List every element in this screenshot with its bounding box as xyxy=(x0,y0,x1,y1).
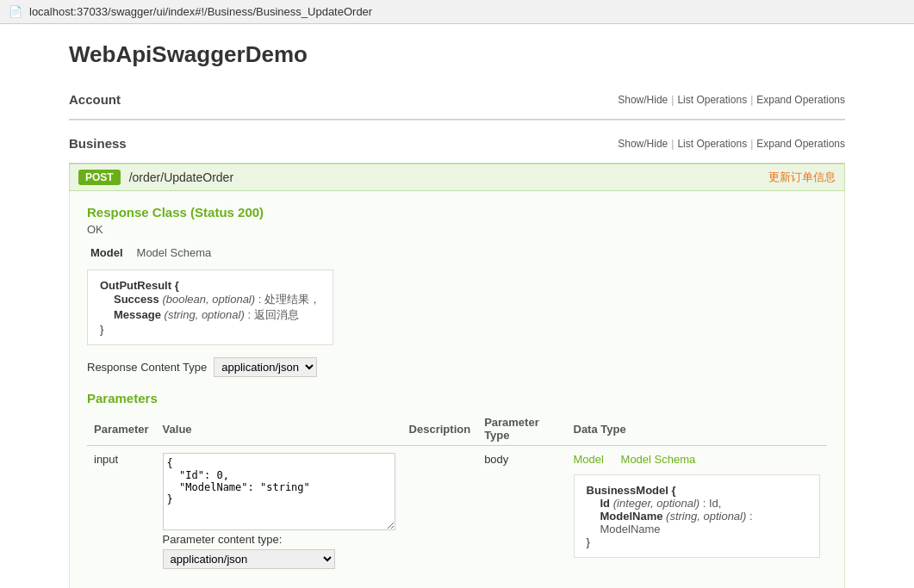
param-content-type-select[interactable]: application/json text/json text/xml xyxy=(163,549,335,569)
app-title: WebApiSwaggerDemo xyxy=(69,41,845,68)
sep4: | xyxy=(750,138,753,150)
account-expand-operations-link[interactable]: Expand Operations xyxy=(756,94,845,106)
business-expand-operations-link[interactable]: Expand Operations xyxy=(756,138,845,150)
endpoint-row[interactable]: POST /order/UpdateOrder 更新订单信息 xyxy=(69,164,845,191)
param-content-type-label: Parameter content type: xyxy=(163,533,395,546)
col-data-type: Data Type xyxy=(567,412,828,446)
main-content: WebApiSwaggerDemo Account Show/Hide | Li… xyxy=(0,24,914,588)
response-content-type-label: Response Content Type xyxy=(87,361,207,374)
account-section-header: Account Show/Hide | List Operations | Ex… xyxy=(69,85,845,120)
param-data-type-cell: Model Model Schema BusinessModel { Id (i… xyxy=(567,446,828,578)
browser-bar: 📄 localhost:37033/swagger/ui/index#!/Bus… xyxy=(0,0,914,24)
response-field-message: Message (string, optional) : 返回消息 xyxy=(114,307,320,323)
sep2: | xyxy=(750,94,753,106)
param-class-name: BusinessModel { xyxy=(587,484,808,497)
business-list-operations-link[interactable]: List Operations xyxy=(677,138,747,150)
response-class-title: Response Class (Status 200) xyxy=(87,205,827,220)
operation-body: Response Class (Status 200) OK Model Mod… xyxy=(69,191,845,588)
business-section-actions: Show/Hide | List Operations | Expand Ope… xyxy=(618,138,845,150)
param-content-type-row: Parameter content type: application/json… xyxy=(163,533,395,569)
param-field-id: Id (integer, optional) : Id, xyxy=(600,497,808,510)
account-show-hide-link[interactable]: Show/Hide xyxy=(618,94,668,106)
response-content-type-row: Response Content Type application/json t… xyxy=(87,357,827,377)
model-tab[interactable]: Model xyxy=(87,244,127,261)
account-separator xyxy=(69,120,845,121)
param-field-modelname: ModelName (string, optional) : ModelName xyxy=(600,510,808,535)
account-section-title: Account xyxy=(69,85,121,114)
response-model-schema-box: OutPutResult { Success (boolean, optiona… xyxy=(87,269,333,345)
param-value-textarea[interactable]: { "Id": 0, "ModelName": "string" } xyxy=(163,453,395,530)
param-name: input xyxy=(87,446,156,578)
parameters-table: Parameter Value Description Parameter Ty… xyxy=(87,412,827,577)
col-parameter-type: Parameter Type xyxy=(477,412,566,446)
business-section: Business Show/Hide | List Operations | E… xyxy=(69,129,845,588)
response-close-brace: } xyxy=(100,323,320,336)
account-list-operations-link[interactable]: List Operations xyxy=(677,94,747,106)
table-row: input { "Id": 0, "ModelName": "string" }… xyxy=(87,446,827,578)
business-show-hide-link[interactable]: Show/Hide xyxy=(618,138,668,150)
page-icon: 📄 xyxy=(9,5,22,18)
response-class-name: OutPutResult { xyxy=(100,279,320,292)
model-schema-tab[interactable]: Model Schema xyxy=(134,244,215,261)
param-close-brace: } xyxy=(587,535,808,548)
col-parameter: Parameter xyxy=(87,412,156,446)
col-value: Value xyxy=(156,412,402,446)
model-tabs: Model Model Schema xyxy=(87,244,827,261)
sep1: | xyxy=(671,94,674,106)
response-content-type-select[interactable]: application/json text/json text/xml xyxy=(214,357,317,377)
param-model-schema-tab[interactable]: Model Schema xyxy=(621,453,696,466)
endpoint-path: /order/UpdateOrder xyxy=(129,170,768,184)
param-type: body xyxy=(477,446,566,578)
param-model-tab[interactable]: Model xyxy=(574,453,604,466)
params-table-header-row: Parameter Value Description Parameter Ty… xyxy=(87,412,827,446)
param-model-schema-box: BusinessModel { Id (integer, optional) :… xyxy=(574,474,821,558)
business-section-header: Business Show/Hide | List Operations | E… xyxy=(69,129,845,164)
parameters-title: Parameters xyxy=(87,391,827,405)
param-value-cell: { "Id": 0, "ModelName": "string" } Param… xyxy=(156,446,402,578)
account-section: Account Show/Hide | List Operations | Ex… xyxy=(69,85,845,121)
param-description xyxy=(402,446,478,578)
business-section-title: Business xyxy=(69,129,127,158)
param-model-tabs: Model Model Schema xyxy=(574,453,821,466)
sep3: | xyxy=(671,138,674,150)
response-field-success: Success (boolean, optional) : 处理结果， xyxy=(114,292,320,307)
col-description: Description xyxy=(402,412,478,446)
url-text: localhost:37033/swagger/ui/index#!/Busin… xyxy=(29,5,372,18)
method-badge: POST xyxy=(78,170,121,185)
response-ok-text: OK xyxy=(87,223,827,236)
account-section-actions: Show/Hide | List Operations | Expand Ope… xyxy=(618,94,845,106)
endpoint-description: 更新订单信息 xyxy=(768,170,836,185)
